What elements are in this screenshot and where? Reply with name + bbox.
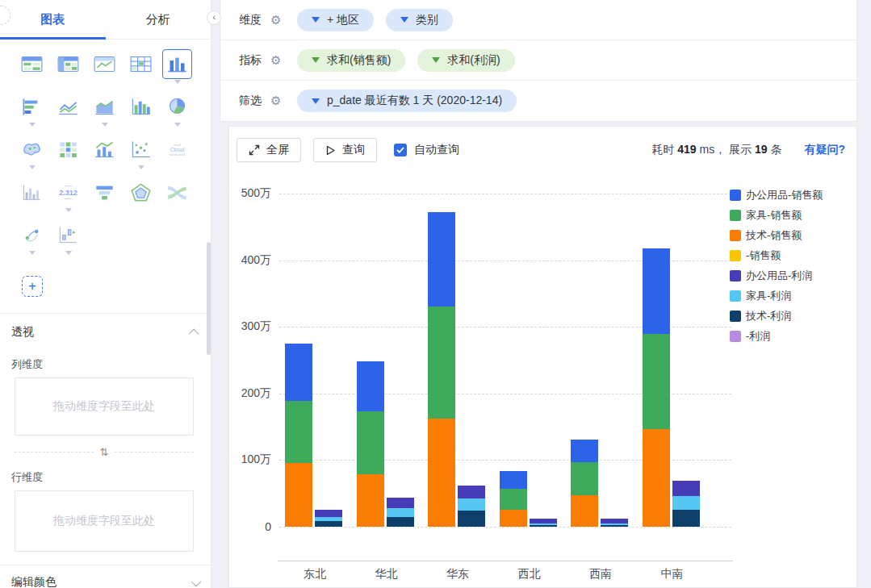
bar-segment-西南-家具-销售额[interactable] [571, 462, 598, 495]
chart-type-funnel[interactable] [86, 173, 123, 216]
chart-type-word-cloud[interactable]: wordCloudword cloud [159, 131, 195, 173]
chart-type-line-chart[interactable] [50, 88, 86, 131]
bar-segment-西南-办公用品-销售额[interactable] [571, 440, 598, 462]
bar-segment-东北-家具-销售额[interactable] [285, 401, 312, 463]
sidebar: 图表 分析 ‹ wordCloudword cloud2.312 + 透视 列维… [0, 0, 211, 588]
legend-item[interactable]: 办公用品-销售额 [730, 185, 823, 205]
config-row-filters: 筛选⚙p_date 最近有数 1 天 (2020-12-14) [220, 81, 856, 121]
bar-segment-华东-办公用品-利润[interactable] [458, 486, 485, 499]
column-dimension-dropzone[interactable]: 拖动维度字段至此处 [15, 377, 194, 436]
bar-segment-西南-技术-销售额[interactable] [571, 495, 598, 527]
chart-type-detail-table[interactable] [123, 45, 159, 88]
bar-segment-华东-技术-利润[interactable] [458, 511, 485, 527]
bar-segment-中南-办公用品-利润[interactable] [672, 481, 700, 496]
bar-segment-东北-办公用品-销售额[interactable] [285, 344, 312, 401]
chart-type-mini-bar[interactable] [14, 173, 50, 216]
dimensions-pill[interactable]: 类别 [386, 9, 453, 31]
swap-vertical-icon[interactable]: ⇅ [94, 446, 115, 458]
pivot-section-header[interactable]: 透视 [11, 325, 199, 340]
chevron-down-icon[interactable] [191, 576, 202, 586]
metrics-pill[interactable]: 求和(销售额) [297, 49, 405, 72]
chart-type-pivot-table[interactable] [50, 45, 86, 88]
dropdown-triangle-icon[interactable] [312, 98, 320, 104]
tab-analysis[interactable]: 分析 [106, 0, 211, 39]
legend-item[interactable]: 家具-销售额 [730, 205, 823, 225]
bar-segment-西南-家具-利润[interactable] [601, 523, 628, 525]
bar-segment-中南-家具-利润[interactable] [672, 496, 700, 510]
chart-type-trend-table[interactable] [86, 45, 123, 88]
area-chart-icon [90, 92, 119, 122]
svg-text:word cloud: word cloud [170, 152, 185, 156]
bar-segment-西北-技术-销售额[interactable] [500, 510, 527, 527]
chart-type-area-chart[interactable] [86, 88, 123, 131]
bar-segment-华东-家具-销售额[interactable] [428, 307, 455, 419]
chart-type-step-chart[interactable] [50, 216, 86, 259]
divider [115, 452, 194, 452]
legend-item[interactable]: -销售额 [730, 245, 823, 265]
chart-type-horizontal-bar[interactable] [14, 88, 50, 131]
bar-segment-中南-技术-销售额[interactable] [643, 429, 670, 527]
bar-segment-西南-办公用品-利润[interactable] [601, 519, 628, 523]
gear-icon[interactable]: ⚙ [270, 53, 287, 68]
filters-pill-list: p_date 最近有数 1 天 (2020-12-14) [297, 90, 517, 112]
dimensions-pill[interactable]: + 地区 [297, 9, 374, 31]
chart-type-scatter-plot[interactable] [123, 131, 159, 173]
chart-type-combo-chart[interactable] [86, 131, 123, 173]
bar-segment-中南-技术-利润[interactable] [672, 510, 700, 527]
gear-icon[interactable]: ⚙ [270, 13, 287, 27]
chevron-up-icon[interactable] [189, 328, 199, 339]
add-chart-type-button[interactable]: + [22, 276, 43, 297]
dropdown-triangle-icon[interactable] [400, 17, 408, 23]
filters-pill[interactable]: p_date 最近有数 1 天 (2020-12-14) [297, 90, 517, 112]
bar-segment-西北-办公用品-销售额[interactable] [500, 471, 527, 488]
legend-item[interactable]: -利润 [730, 326, 823, 346]
chart-type-pie-chart[interactable] [159, 88, 195, 131]
bar-segment-西北-家具-利润[interactable] [530, 523, 557, 525]
legend-item[interactable]: 办公用品-利润 [730, 265, 823, 286]
chart-type-map[interactable] [14, 131, 50, 173]
bar-segment-华北-家具-销售额[interactable] [357, 411, 384, 474]
chart-type-sankey[interactable] [159, 173, 195, 216]
row-dimension-dropzone[interactable]: 拖动维度字段至此处 [15, 490, 194, 552]
pill-label: 求和(销售额) [327, 53, 391, 68]
bar-segment-中南-办公用品-销售额[interactable] [643, 248, 670, 335]
bar-segment-西北-技术-利润[interactable] [530, 525, 557, 527]
legend-item[interactable]: 家具-利润 [730, 286, 823, 306]
bar-segment-东北-办公用品-利润[interactable] [315, 510, 342, 517]
bar-segment-华北-技术-销售额[interactable] [357, 474, 384, 527]
sidebar-collapse-button[interactable]: ‹ [207, 10, 221, 25]
chart-type-bar-chart[interactable] [159, 45, 195, 88]
gear-icon[interactable]: ⚙ [270, 94, 287, 108]
chart-type-radar[interactable] [123, 173, 159, 216]
dropdown-triangle-icon[interactable] [312, 57, 320, 63]
bar-segment-华北-家具-利润[interactable] [387, 508, 414, 518]
legend-item[interactable]: 技术-销售额 [730, 225, 823, 245]
legend-item[interactable]: 技术-利润 [730, 306, 823, 326]
bar-segment-华东-办公用品-销售额[interactable] [428, 212, 455, 307]
chart-type-number-card[interactable]: 2.312 [50, 173, 86, 216]
divider [0, 565, 211, 565]
bar-segment-华东-技术-销售额[interactable] [428, 419, 455, 527]
bar-segment-东北-技术-销售额[interactable] [285, 463, 312, 527]
chart-type-histogram[interactable] [123, 88, 159, 131]
tab-chart[interactable]: 图表 [0, 0, 106, 39]
sidebar-scrollbar[interactable] [207, 242, 211, 355]
bar-segment-西北-家具-销售额[interactable] [500, 489, 527, 510]
bar-segment-华北-办公用品-销售额[interactable] [357, 361, 384, 411]
bar-segment-东北-技术-利润[interactable] [315, 521, 342, 527]
bar-segment-华东-家具-利润[interactable] [458, 498, 485, 511]
dropdown-triangle-icon[interactable] [312, 17, 320, 23]
chart-type-flow-map[interactable] [14, 216, 50, 259]
edit-color-section-header[interactable]: 编辑颜色 [11, 575, 199, 588]
bar-segment-中南-家具-销售额[interactable] [643, 334, 670, 429]
bar-segment-华北-办公用品-利润[interactable] [387, 498, 414, 508]
bar-segment-西南-技术-利润[interactable] [601, 525, 628, 527]
metrics-pill[interactable]: 求和(利润) [417, 49, 514, 72]
bar-segment-东北-家具-利润[interactable] [315, 517, 342, 521]
map-icon [17, 135, 47, 165]
chart-type-heatmap[interactable] [50, 131, 86, 173]
bar-segment-华北-技术-利润[interactable] [387, 517, 414, 527]
dropdown-triangle-icon[interactable] [432, 57, 440, 63]
bar-segment-西北-办公用品-利润[interactable] [530, 519, 557, 523]
chart-type-table[interactable] [14, 45, 50, 88]
